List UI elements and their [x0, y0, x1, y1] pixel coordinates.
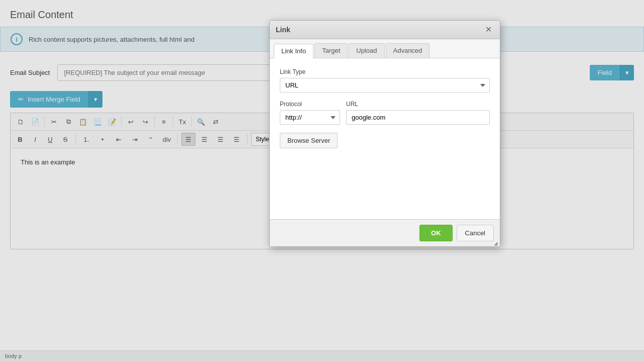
dialog-title: Link: [276, 26, 290, 34]
tab-target[interactable]: Target: [314, 43, 348, 58]
protocol-label: Protocol: [280, 101, 340, 108]
tab-link-info[interactable]: Link Info: [274, 44, 313, 58]
url-input[interactable]: [346, 110, 490, 125]
tab-advanced[interactable]: Advanced: [386, 43, 430, 58]
link-type-group: Link Type URL Link to anchor in the text…: [280, 68, 490, 93]
url-group: URL: [346, 101, 490, 125]
dialog-body: Link Type URL Link to anchor in the text…: [270, 58, 500, 219]
dialog-header: Link ✕: [270, 21, 500, 39]
dialog-tabs: Link Info Target Upload Advanced: [270, 39, 500, 58]
protocol-url-row: Protocol http:// https:// ftp:// news://…: [280, 101, 490, 133]
ok-button[interactable]: OK: [419, 225, 453, 241]
link-type-label: Link Type: [280, 68, 490, 75]
resize-handle[interactable]: ◢: [494, 240, 500, 246]
tab-upload[interactable]: Upload: [349, 43, 384, 58]
dialog-footer: OK Cancel: [270, 219, 500, 246]
browse-server-button[interactable]: Browse Server: [280, 133, 338, 148]
link-type-select[interactable]: URL Link to anchor in the text E-Mail: [280, 78, 490, 93]
cancel-button[interactable]: Cancel: [457, 225, 494, 241]
url-label: URL: [346, 101, 490, 108]
protocol-select[interactable]: http:// https:// ftp:// news:// <other>: [280, 110, 340, 125]
dialog-close-button[interactable]: ✕: [483, 25, 494, 35]
protocol-group: Protocol http:// https:// ftp:// news://…: [280, 101, 340, 125]
link-dialog: Link ✕ Link Info Target Upload Advanced …: [269, 20, 500, 247]
